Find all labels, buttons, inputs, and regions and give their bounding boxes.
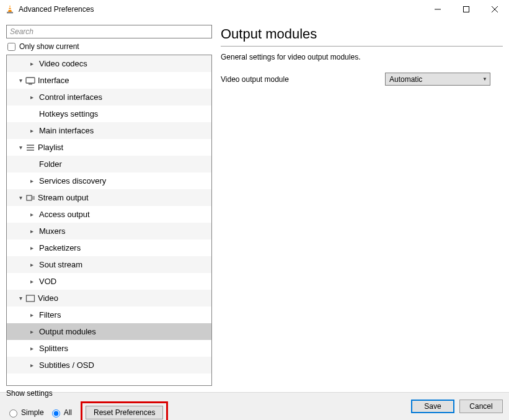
- tree-item-label: Video: [35, 293, 58, 303]
- tree-item-label: VOD: [37, 277, 56, 286]
- tree-item-packetizers[interactable]: ▸Packetizers: [7, 239, 211, 256]
- tree-item-access-output[interactable]: ▸Access output: [7, 206, 211, 223]
- only-show-current-input[interactable]: [7, 43, 15, 51]
- tree-item-subtitles-osd[interactable]: ▸Subtitles / OSD: [7, 357, 211, 373]
- chevron-down-icon[interactable]: ▾: [15, 295, 25, 302]
- chevron-right-icon[interactable]: ▸: [27, 127, 37, 134]
- tree-item-muxers[interactable]: ▸Muxers: [7, 223, 211, 239]
- stream-icon: [25, 193, 35, 203]
- svg-rect-9: [29, 84, 32, 84]
- tree-item-sout-stream[interactable]: ▸Sout stream: [7, 256, 211, 273]
- tree-item-label: Subtitles / OSD: [37, 360, 94, 370]
- tree-item-filters[interactable]: ▸Filters: [7, 306, 211, 323]
- tree-item-splitters[interactable]: ▸Splitters: [7, 340, 211, 357]
- tree-item-label: Interface: [35, 76, 69, 85]
- svg-marker-0: [8, 5, 12, 12]
- video-output-module-select[interactable]: Automatic ▼: [385, 73, 490, 86]
- chevron-right-icon[interactable]: ▸: [27, 94, 37, 101]
- tree-item-label: Folder: [37, 159, 62, 169]
- video-icon: [25, 293, 35, 303]
- tree-item-folder[interactable]: ▸Folder: [7, 156, 211, 172]
- show-settings-label: Show settings: [6, 389, 168, 398]
- tree-item-label: Access output: [37, 210, 90, 219]
- chevron-right-icon[interactable]: ▸: [27, 362, 37, 369]
- tree-item-label: Hotkeys settings: [37, 109, 98, 118]
- tree-item-label: Control interfaces: [37, 92, 102, 102]
- tree-item-label: Muxers: [37, 226, 66, 236]
- svg-rect-14: [27, 295, 35, 302]
- chevron-right-icon[interactable]: ▸: [27, 328, 37, 335]
- tree-item-label: Filters: [37, 310, 61, 319]
- chevron-right-icon[interactable]: ▸: [27, 278, 37, 285]
- close-button[interactable]: [480, 0, 509, 19]
- tree-item-label: Output modules: [37, 327, 96, 336]
- chevron-down-icon[interactable]: ▾: [15, 144, 25, 151]
- show-settings-simple-radio[interactable]: Simple: [6, 408, 44, 418]
- chevron-right-icon[interactable]: ▸: [27, 345, 37, 352]
- chevron-right-icon[interactable]: ▸: [27, 60, 37, 67]
- video-output-module-value: Automatic: [389, 75, 422, 84]
- chevron-right-icon[interactable]: ▸: [27, 228, 37, 235]
- panel-description: General settings for video output module…: [221, 53, 503, 61]
- cancel-button[interactable]: Cancel: [459, 400, 503, 413]
- chevron-right-icon[interactable]: ▸: [27, 211, 37, 218]
- svg-rect-3: [7, 12, 13, 14]
- dialog-footer: Show settings Simple All Reset Preferenc…: [0, 392, 509, 420]
- chevron-down-icon[interactable]: ▾: [15, 194, 25, 201]
- reset-preferences-button[interactable]: Reset Preferences: [86, 406, 163, 419]
- chevron-down-icon: ▼: [482, 76, 487, 82]
- tree-item-label: Splitters: [37, 344, 68, 353]
- show-settings-all-radio[interactable]: All: [49, 408, 72, 418]
- maximize-button[interactable]: [452, 0, 480, 19]
- video-output-module-label: Video output module: [221, 75, 385, 84]
- svg-rect-2: [8, 9, 12, 10]
- tree-item-video[interactable]: ▾Video: [7, 290, 211, 306]
- svg-rect-5: [464, 6, 469, 12]
- chevron-right-icon[interactable]: ▸: [27, 261, 37, 268]
- chevron-right-icon[interactable]: ▸: [27, 244, 37, 251]
- only-show-current-checkbox[interactable]: Only show current: [6, 42, 212, 51]
- svg-rect-8: [26, 78, 35, 83]
- titlebar: Advanced Preferences: [0, 0, 509, 19]
- tree-item-hotkeys-settings[interactable]: ▸Hotkeys settings: [7, 105, 211, 122]
- settings-panel: Output modules General settings for vide…: [221, 25, 503, 386]
- chevron-right-icon[interactable]: ▸: [27, 177, 37, 184]
- tree-item-label: Video codecs: [37, 59, 87, 68]
- tree-item-output-modules[interactable]: ▸Output modules: [7, 323, 211, 340]
- reset-preferences-highlight: Reset Preferences: [81, 401, 168, 420]
- tree-item-main-interfaces[interactable]: ▸Main interfaces: [7, 122, 211, 139]
- tree-item-stream-output[interactable]: ▾Stream output: [7, 189, 211, 206]
- tree-item-label: Packetizers: [37, 243, 81, 252]
- tree-item-label: Stream output: [35, 193, 89, 202]
- panel-title: Output modules: [221, 26, 503, 46]
- tree-item-video-codecs[interactable]: ▸Video codecs: [7, 55, 211, 72]
- chevron-down-icon[interactable]: ▾: [15, 77, 25, 84]
- playlist-icon: [25, 143, 35, 153]
- tree-item-playlist[interactable]: ▾Playlist: [7, 139, 211, 156]
- tree-item-control-interfaces[interactable]: ▸Control interfaces: [7, 89, 211, 105]
- settings-tree-panel: Only show current ▸Video codecs▾Interfac…: [6, 25, 212, 386]
- tree-item-services-discovery[interactable]: ▸Services discovery: [7, 172, 211, 189]
- tree-item-label: Playlist: [35, 143, 63, 152]
- window-title: Advanced Preferences: [19, 5, 423, 14]
- panel-divider: [221, 46, 503, 47]
- only-show-current-label: Only show current: [19, 42, 79, 51]
- tree-item-interface[interactable]: ▾Interface: [7, 72, 211, 89]
- search-input[interactable]: [6, 25, 212, 38]
- window-controls: [423, 0, 509, 19]
- tree-item-label: Main interfaces: [37, 126, 94, 135]
- minimize-button[interactable]: [423, 0, 452, 19]
- interface-icon: [25, 76, 35, 86]
- tree-item-vod[interactable]: ▸VOD: [7, 273, 211, 290]
- chevron-right-icon[interactable]: ▸: [27, 311, 37, 318]
- svg-rect-13: [27, 195, 32, 200]
- tree-item-label: Services discovery: [37, 176, 106, 185]
- save-button[interactable]: Save: [411, 400, 454, 413]
- vlc-cone-icon: [5, 4, 15, 14]
- settings-tree[interactable]: ▸Video codecs▾Interface▸Control interfac…: [7, 55, 211, 385]
- svg-rect-1: [9, 7, 11, 8]
- tree-item-label: Sout stream: [37, 260, 82, 269]
